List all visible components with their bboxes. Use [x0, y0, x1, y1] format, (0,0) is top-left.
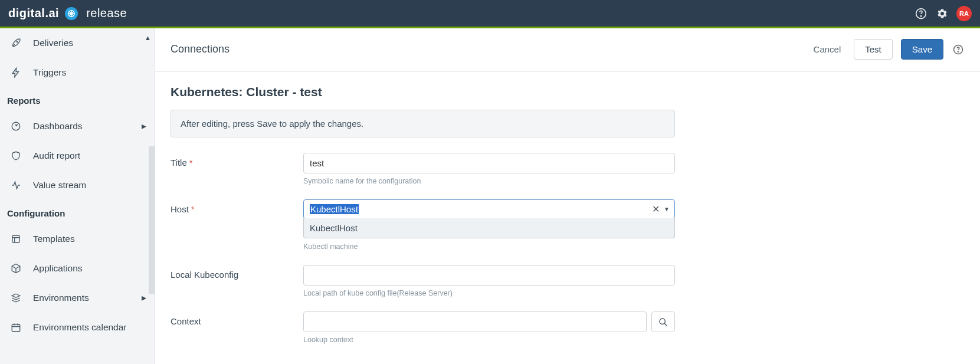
stack-icon: [8, 293, 24, 303]
sidebar-item-label: Dashboards: [33, 121, 83, 132]
sidebar-item-label: Environments calendar: [33, 322, 127, 333]
gear-icon[interactable]: [932, 3, 953, 24]
page-help-icon[interactable]: [952, 44, 965, 55]
activity-icon: [8, 180, 24, 191]
host-help: Kubectl machine: [303, 242, 675, 251]
sidebar-item-label: Audit report: [33, 150, 80, 161]
info-banner: After editing, press Save to apply the c…: [171, 110, 675, 137]
sidebar-item-environments[interactable]: Environments ▸: [0, 283, 155, 313]
main-content: Connections Cancel Test Save Kubernetes:…: [155, 28, 980, 364]
product-name: release: [86, 6, 127, 20]
page-header: Connections Cancel Test Save: [155, 28, 980, 72]
context-lookup-button[interactable]: [651, 311, 675, 332]
chevron-down-icon[interactable]: ▼: [664, 206, 674, 212]
chevron-right-icon: ▸: [142, 121, 146, 132]
bolt-icon: [8, 67, 24, 78]
sidebar-collapse-icon[interactable]: ▲: [145, 34, 151, 41]
svg-point-9: [660, 319, 665, 324]
sidebar-item-deliveries[interactable]: Deliveries: [0, 28, 155, 58]
brand-primary: digital: [8, 6, 45, 19]
context-input[interactable]: [303, 311, 647, 332]
context-help: Lookup context: [303, 336, 675, 344]
sidebar-item-audit-report[interactable]: Audit report: [0, 141, 155, 170]
sidebar-item-applications[interactable]: Applications: [0, 254, 155, 283]
test-button[interactable]: Test: [854, 39, 893, 60]
sidebar-section-reports: Reports: [0, 87, 155, 112]
kubeconfig-help: Local path of kube config file(Release S…: [303, 289, 675, 297]
page-title: Kubernetes: Cluster - test: [171, 85, 836, 99]
sidebar-item-label: Templates: [33, 234, 75, 244]
shield-icon: [8, 150, 24, 161]
topbar: digital.ai release RA: [0, 0, 980, 28]
calendar-icon: [8, 322, 24, 333]
release-badge-icon: [65, 7, 78, 20]
sidebar-scrollbar[interactable]: [149, 146, 155, 294]
sidebar-item-dashboards[interactable]: Dashboards ▸: [0, 112, 155, 141]
sidebar-item-value-stream[interactable]: Value stream: [0, 170, 155, 200]
svg-point-8: [958, 51, 958, 52]
sidebar-item-label: Applications: [33, 263, 83, 274]
breadcrumb: Connections: [171, 43, 230, 55]
clear-icon[interactable]: ✕: [647, 204, 664, 215]
templates-icon: [8, 234, 24, 244]
svg-point-2: [920, 15, 921, 16]
brand-suffix: .ai: [45, 6, 59, 19]
host-label: Host*: [171, 199, 303, 214]
search-icon: [658, 317, 668, 327]
user-avatar[interactable]: RA: [956, 6, 972, 21]
gauge-icon: [8, 121, 24, 132]
host-combobox[interactable]: KubectlHost ✕ ▼ KubectlHost: [303, 199, 675, 219]
svg-point-3: [17, 41, 18, 42]
title-help: Symbolic name for the configuration: [303, 177, 675, 185]
kubeconfig-input[interactable]: [303, 265, 675, 286]
host-value: KubectlHost: [304, 200, 647, 218]
sidebar-item-triggers[interactable]: Triggers: [0, 58, 155, 87]
context-label: Context: [171, 311, 303, 326]
kubeconfig-label: Local Kubeconfig: [171, 265, 303, 280]
cube-icon: [8, 263, 24, 274]
host-option[interactable]: KubectlHost: [304, 218, 674, 238]
svg-rect-6: [12, 324, 20, 332]
rocket-icon: [8, 38, 24, 48]
save-button[interactable]: Save: [901, 39, 943, 60]
sidebar-item-label: Deliveries: [33, 38, 73, 48]
app-logo[interactable]: digital.ai release: [8, 6, 127, 20]
help-icon[interactable]: [910, 3, 932, 24]
title-input[interactable]: [303, 153, 675, 173]
sidebar-item-label: Environments: [33, 293, 89, 303]
sidebar-item-label: Triggers: [33, 67, 66, 78]
host-dropdown: KubectlHost: [303, 218, 675, 238]
sidebar-item-templates[interactable]: Templates: [0, 224, 155, 254]
chevron-right-icon: ▸: [142, 293, 146, 303]
sidebar-item-label: Value stream: [33, 180, 86, 191]
cancel-button[interactable]: Cancel: [809, 41, 846, 58]
sidebar: ▲ Deliveries Triggers Reports Dashboards…: [0, 28, 155, 364]
title-label: Title*: [171, 153, 303, 168]
sidebar-item-environments-calendar[interactable]: Environments calendar: [0, 313, 155, 342]
svg-rect-5: [12, 235, 19, 242]
sidebar-section-configuration: Configuration: [0, 200, 155, 224]
